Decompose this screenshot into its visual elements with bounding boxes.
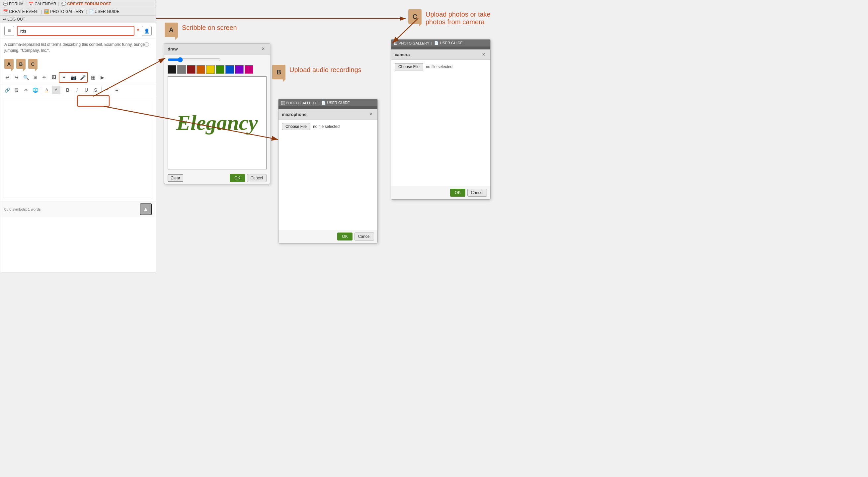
nav-bar-1: 💬 FORUM | 📅 CALENDAR | 💬 CREATE FORUM PO… (0, 0, 156, 8)
bg-color-button[interactable]: A (52, 86, 60, 94)
camera-header-photo-gallery: 🖼 PHOTO GALLERY (394, 41, 430, 45)
globe-button[interactable]: 🌐 (31, 86, 39, 94)
annotation-a-text: Scribble on screen (182, 23, 237, 32)
create-forum-icon: 💬 (61, 2, 66, 6)
mic-header-photo-gallery: 🖼 PHOTO GALLERY (281, 101, 317, 105)
editor-content-area[interactable] (3, 99, 153, 198)
camera-choose-file-button[interactable]: Choose File (395, 63, 423, 70)
camera-header-user-guide: 📄 USER GUIDE (434, 41, 463, 45)
color-yellow[interactable] (206, 65, 215, 74)
mic-file-row: Choose File no file selected (282, 123, 374, 130)
color-dark-red[interactable] (187, 65, 195, 74)
text-color-button[interactable]: A (42, 86, 51, 94)
html-embed-button[interactable]: <> (22, 86, 30, 94)
user-guide-icon: 📄 (89, 9, 94, 14)
nav-user-guide-label: USER GUIDE (95, 9, 120, 14)
zoom-button[interactable]: 🔍 (22, 73, 30, 82)
mic-button[interactable]: 🎤 (78, 73, 87, 82)
format-button[interactable]: ⊞ (31, 73, 39, 82)
camera-cancel-button[interactable]: Cancel (467, 189, 487, 197)
table-button[interactable]: ▦ (89, 73, 97, 82)
italic-button[interactable]: I (73, 86, 81, 94)
nav-bar-3: ↩ LOG OUT (0, 16, 156, 23)
mic-close-button[interactable]: × (367, 111, 374, 118)
nav-forum[interactable]: 💬 FORUM (3, 2, 24, 6)
nav-logout[interactable]: ↩ LOG OUT (3, 17, 25, 22)
nav-create-event-label: CREATE EVENT (9, 9, 39, 14)
mic-ok-button[interactable]: OK (337, 233, 352, 240)
redo-button[interactable]: ↪ (12, 73, 21, 82)
erase-button[interactable]: ✏ (40, 73, 49, 82)
draw-cancel-button[interactable]: Cancel (247, 174, 267, 182)
draw-dialog-titlebar: draw × (164, 43, 270, 55)
camera-ok-button[interactable]: OK (450, 189, 465, 197)
scribble-button[interactable]: ✦ (60, 73, 68, 82)
color-palette (167, 65, 267, 74)
nav-create-event[interactable]: 📅 CREATE EVENT (3, 9, 39, 14)
nav-calendar[interactable]: 📅 CALENDAR (29, 2, 56, 6)
mic-dialog-header: 🖼 PHOTO GALLERY | 📄 USER GUIDE (278, 99, 377, 106)
color-magenta[interactable] (245, 65, 253, 74)
logout-icon: ↩ (3, 17, 6, 22)
user-icon-button[interactable]: 👤 (142, 26, 152, 36)
nav-create-forum[interactable]: 💬 CREATE FORUM POST (61, 2, 111, 6)
editor-description-area: A comma-separated list of terms describi… (0, 39, 156, 59)
editor-header: ≡ * 👤 (0, 23, 156, 39)
color-purple[interactable] (235, 65, 244, 74)
image-button[interactable]: 🖼 (50, 73, 58, 82)
link-button[interactable]: 🔗 (3, 86, 11, 94)
color-blue[interactable] (225, 65, 234, 74)
strikethrough-button[interactable]: S (91, 86, 100, 94)
mic-header-sep: | (319, 101, 320, 105)
editor-description-text: A comma-separated list of terms describi… (4, 41, 152, 54)
create-event-icon: 📅 (3, 9, 8, 14)
photo-gallery-icon: 🖼️ (44, 9, 49, 14)
annotation-a-badge: A (165, 23, 178, 37)
nav-bar-2: 📅 CREATE EVENT | 🖼️ PHOTO GALLERY | 📄 US… (0, 8, 156, 16)
mic-content: Choose File no file selected (278, 120, 377, 230)
mic-titlebar: microphone × (278, 109, 377, 120)
unordered-list-button[interactable]: ≣ (112, 86, 121, 94)
mic-choose-file-button[interactable]: Choose File (282, 123, 310, 130)
camera-close-button[interactable]: × (480, 51, 487, 58)
annotation-c-badge: C (408, 9, 422, 24)
camera-header-sep: | (432, 41, 433, 45)
nav-create-forum-label: CREATE FORUM POST (67, 2, 111, 6)
keywords-input[interactable] (17, 26, 134, 36)
nav-photo-gallery[interactable]: 🖼️ PHOTO GALLERY (44, 9, 84, 14)
camera-content: Choose File no file selected (391, 60, 490, 186)
clear-button[interactable]: Clear (167, 174, 183, 182)
draw-close-button[interactable]: × (260, 46, 267, 52)
color-black[interactable] (167, 65, 176, 74)
ordered-list-button[interactable]: ≡ (103, 86, 112, 94)
underline-button[interactable]: U (82, 86, 91, 94)
draw-canvas[interactable]: Elegancy (167, 77, 267, 170)
brush-size-slider[interactable] (167, 57, 221, 62)
mic-dialog-inner-bar (278, 106, 377, 109)
scroll-up-button[interactable]: ▲ (140, 203, 152, 215)
bold-button[interactable]: B (63, 86, 72, 94)
camera-dialog-inner-bar (391, 47, 490, 50)
required-marker: * (137, 28, 139, 34)
undo-button[interactable]: ↩ (3, 73, 11, 82)
annotation-a: A Scribble on screen (165, 23, 237, 37)
video-button[interactable]: ▶ (98, 73, 106, 82)
color-orange[interactable] (196, 65, 205, 74)
canvas-elegancy-text: Elegancy (176, 111, 257, 135)
label-b-badge: B (16, 59, 26, 69)
hamburger-button[interactable]: ≡ (4, 26, 14, 36)
mic-title: microphone (282, 112, 306, 117)
mic-footer: OK Cancel (278, 230, 377, 243)
unlink-button[interactable]: ⛓ (12, 86, 21, 94)
color-gray[interactable] (177, 65, 186, 74)
draw-ok-button[interactable]: OK (230, 174, 245, 182)
camera-preview-area (395, 74, 487, 167)
mic-cancel-button[interactable]: Cancel (354, 233, 374, 240)
nav-sep-1: | (26, 2, 27, 6)
color-green[interactable] (216, 65, 224, 74)
camera-title: camera (395, 52, 410, 57)
nav-user-guide[interactable]: 📄 USER GUIDE (89, 9, 120, 14)
annotation-c-text: Upload photos or take photos from camera (426, 9, 491, 26)
camera-tool-button[interactable]: 📷 (69, 73, 78, 82)
editor-bottom-bar: 0 / 0 symbols; 1 words ▲ (0, 201, 156, 217)
